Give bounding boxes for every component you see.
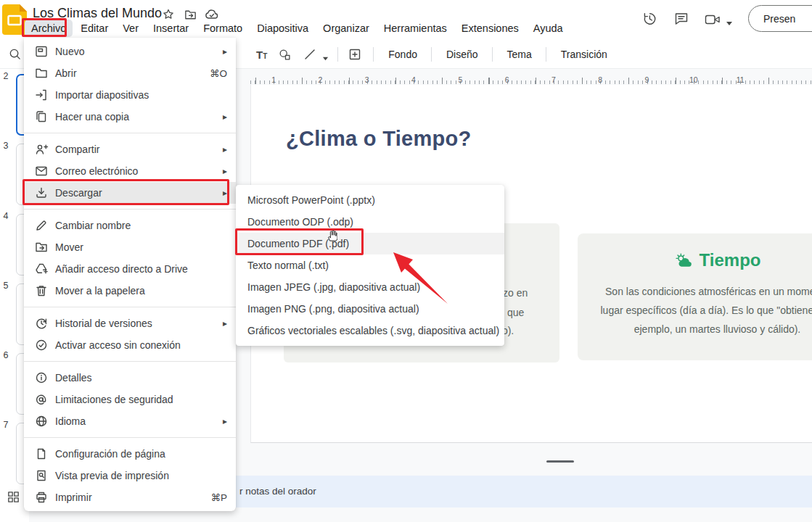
download-format-item[interactable]: Documento PDF (.pdf) [236,233,504,254]
download-format-item[interactable]: Texto normal (.txt) [236,254,504,276]
download-format-label: Documento ODP (.odp) [247,216,353,228]
file-menu-item[interactable]: Detalles ▸ [24,367,236,389]
menubar-item[interactable]: Extensiones [455,20,525,37]
ruler-number: 3 [344,75,390,84]
download-format-item[interactable]: Documento ODP (.odp) [236,211,504,233]
comments-icon[interactable] [673,11,689,27]
text-box-icon[interactable]: TT [256,49,267,61]
line-icon[interactable] [303,47,317,62]
grid-view-icon[interactable] [7,490,20,504]
tiempo-title: Tiempo [700,250,761,270]
download-format-label: Documento PDF (.pdf) [247,238,349,249]
file-menu-item[interactable]: ▸ [24,437,236,438]
file-menu-item[interactable]: Idioma ▸ [24,410,236,432]
file-menu-item[interactable]: Abrir ⌘O ▸ [24,62,236,84]
page-icon [34,447,49,461]
submenu-arrow-icon: ▸ [223,166,227,176]
ruler-number: 11 [717,75,763,84]
meet-camera-icon[interactable] [703,12,722,27]
speaker-notes-bar[interactable]: r notas del orador [218,476,812,508]
menu-item-label: Importar diapositivas [55,89,227,101]
file-menu-item[interactable]: Hacer una copia ▸ [24,106,236,128]
download-format-item[interactable]: Microsoft PowerPoint (.pptx) [236,189,504,211]
menu-item-label: Imprimir [55,492,210,503]
file-menu-item[interactable]: Imprimir ⌘P ▸ [24,486,236,508]
download-format-label: Imagen JPEG (.jpg, diapositiva actual) [247,281,420,293]
menubar-item[interactable]: Insertar [147,20,195,37]
file-menu-item[interactable]: ▸ [24,307,236,307]
menubar-item[interactable]: Formato [197,20,249,37]
menubar-item[interactable]: Ver [116,20,145,37]
menu-item-label: Compartir [55,144,217,155]
file-menu-item[interactable]: Configuración de página ▸ [24,443,236,465]
chevron-down-icon[interactable] [726,17,733,24]
file-menu-item[interactable]: Nuevo ▸ [24,41,236,62]
file-menu-item[interactable]: Compartir ▸ [24,138,236,160]
download-icon [34,186,49,200]
toolbar-button-tema[interactable]: Tema [499,44,540,65]
download-format-item[interactable]: Imagen JPEG (.jpg, diapositiva actual) [236,276,504,298]
file-menu-item[interactable]: Descargar ▸ [24,182,236,204]
toolbar-button-diseno[interactable]: Diseño [438,44,486,65]
info-icon [34,370,49,385]
search-icon[interactable] [8,47,22,61]
ruler-number: 7 [530,75,577,84]
google-slides-app: ¿Clima o Tiempo? zo en que ío). Tiempo S… [0,0,812,522]
file-menu-item[interactable]: ▸ [24,209,236,210]
ruler-number: 1 [250,75,297,84]
menubar-item[interactable]: Archivo [25,20,73,37]
menu-item-label: Cambiar nombre [55,220,227,231]
download-format-label: Gráficos vectoriales escalables (.svg, d… [247,325,499,336]
line-chevron-icon[interactable] [322,51,329,58]
download-format-item[interactable]: Gráficos vectoriales escalables (.svg, d… [236,320,504,341]
app-header: Los Climas del Mundo ArchivoEditarVerIns… [0,0,812,41]
notes-resize-handle[interactable] [546,460,574,463]
submenu-arrow-icon: ▸ [223,318,227,328]
menubar-item[interactable]: Editar [74,20,115,37]
menu-item-label: Correo electrónico [55,165,217,177]
tiempo-line: ejemplo, un martes lluvioso y cálido). [578,320,812,339]
ruler-number: 10 [670,75,717,84]
file-menu-item[interactable]: Correo electrónico ▸ [24,160,236,182]
tiempo-heading: Tiempo [674,250,761,270]
menubar-item[interactable]: Diapositiva [250,20,315,37]
printer-icon [34,490,49,505]
menubar-item[interactable]: Organizar [316,20,376,37]
file-menu-item[interactable]: ▸ [24,133,236,133]
menubar-item[interactable]: Ayuda [527,20,570,37]
file-menu-item[interactable]: Activar acceso sin conexión ▸ [24,334,236,356]
tiempo-card[interactable]: Tiempo Son las condiciones atmosféricas … [578,233,812,360]
file-menu-item[interactable]: Añadir acceso directo a Drive ▸ [24,258,236,280]
file-menu-item[interactable]: Vista previa de impresión ▸ [24,465,236,486]
menubar: ArchivoEditarVerInsertarFormatoDiapositi… [25,20,570,37]
slide-number: 6 [0,350,12,360]
download-submenu: Microsoft PowerPoint (.pptx) Documento O… [236,185,504,346]
version-history-icon[interactable] [641,11,657,27]
file-menu-item[interactable]: Mover a la papelera ▸ [24,280,236,302]
toolbar-divider [337,47,338,62]
file-menu-item[interactable]: Importar diapositivas ▸ [24,84,236,106]
folder-icon [34,66,49,80]
present-button[interactable]: Presen [748,5,812,32]
menu-item-label: Activar acceso sin conexión [55,339,227,351]
toolbar-button-fondo[interactable]: Fondo [380,44,425,65]
ruler-number: 2 [297,75,343,84]
submenu-arrow-icon: ▸ [223,46,227,57]
file-menu-item[interactable]: Cambiar nombre ▸ [24,215,236,236]
insert-placeholder-icon[interactable] [348,47,362,62]
file-menu-item[interactable]: Mover ▸ [24,236,236,258]
slide-title[interactable]: ¿Clima o Tiempo? [286,127,472,151]
menubar-item[interactable]: Herramientas [377,20,454,37]
file-menu-item[interactable]: ▸ [24,361,236,362]
menu-item-label: Vista previa de impresión [55,470,227,481]
shape-icon[interactable] [278,47,292,62]
file-menu-item[interactable]: Historial de versiones ▸ [24,312,236,334]
download-format-item[interactable]: Imagen PNG (.png, diapositiva actual) [236,298,504,320]
sun-cloud-icon [674,252,694,270]
slides-logo[interactable] [2,4,27,35]
toolbar-button-transicion[interactable]: Transición [553,44,615,65]
document-title[interactable]: Los Climas del Mundo [33,6,162,21]
toolbar-group: TT Fondo Diseño Tema Transición [250,41,615,68]
file-menu-item[interactable]: Limitaciones de seguridad ▸ [24,389,236,410]
submenu-arrow-icon: ▸ [223,416,227,426]
